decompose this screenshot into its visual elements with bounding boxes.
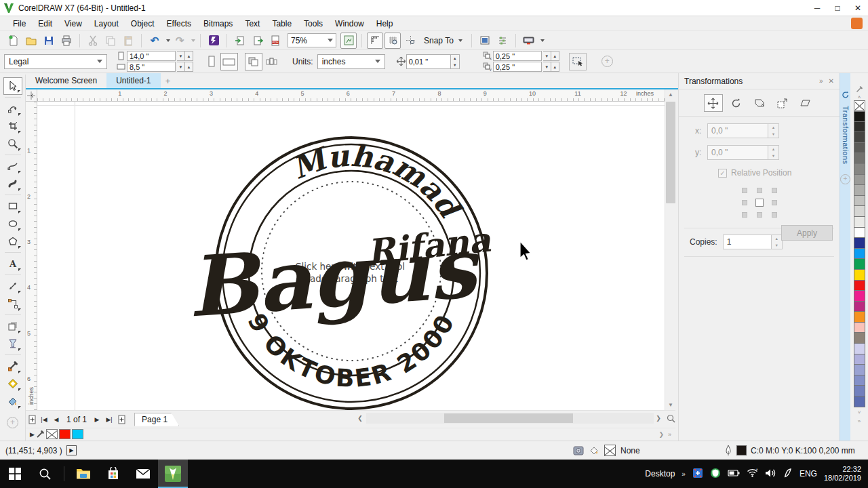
palette-color-swatch[interactable] (854, 281, 865, 291)
duplicate-y-input[interactable]: 0,25 " (493, 62, 542, 72)
scroll-down-button[interactable]: ▼ (665, 400, 676, 410)
menu-text[interactable]: Text (239, 17, 266, 30)
anchor-middle-left[interactable] (737, 197, 752, 209)
anchor-bottom-right[interactable] (767, 209, 782, 221)
freehand-tool[interactable] (3, 157, 22, 175)
nudge-spinner[interactable]: ▲▼ (451, 54, 460, 69)
palette-color-swatch[interactable] (854, 122, 865, 133)
color-none-swatch[interactable] (854, 100, 865, 111)
artistic-media-tool[interactable] (3, 175, 22, 192)
toolbox-customize-button[interactable]: + (7, 417, 18, 428)
palette-color-swatch[interactable] (854, 354, 865, 365)
fullscreen-preview-button[interactable] (340, 33, 357, 49)
pen-tray-icon[interactable] (783, 468, 793, 480)
coreldraw-taskbar-button[interactable] (158, 460, 188, 488)
docker-close-button[interactable]: ✕ (829, 77, 834, 85)
menu-help[interactable]: Help (370, 17, 399, 30)
show-rulers-button[interactable] (367, 33, 383, 49)
page-width-input[interactable]: 14,0 " (127, 51, 176, 61)
spin-up-icon[interactable]: ▲ (185, 62, 193, 72)
all-pages-button[interactable] (245, 53, 262, 70)
hscroll-right-button[interactable]: ❯ (654, 413, 663, 424)
cut-button[interactable] (85, 33, 101, 49)
tray-app-icon[interactable] (692, 468, 703, 481)
open-button[interactable] (23, 33, 39, 49)
zoom-tool[interactable] (3, 135, 22, 152)
anchor-bottom-left[interactable] (737, 209, 752, 221)
palette-color-swatch[interactable] (854, 164, 865, 175)
palette-expand[interactable]: » (858, 418, 861, 424)
search-content-button[interactable] (205, 33, 222, 49)
relative-position-checkbox[interactable]: ✓ (718, 169, 727, 178)
doc-palette-swatch-cyan[interactable] (72, 429, 83, 439)
mail-button[interactable] (128, 460, 158, 488)
status-flyout-button[interactable]: ▶ (66, 445, 77, 455)
new-document-button[interactable] (5, 33, 22, 49)
undo-dropdown-arrow[interactable] (166, 39, 170, 42)
drop-shadow-tool[interactable] (3, 317, 22, 335)
palette-color-swatch[interactable] (854, 365, 865, 375)
tab-welcome-screen[interactable]: Welcome Screen (26, 73, 106, 88)
desktop-toolbar-label[interactable]: Desktop (645, 469, 675, 479)
color-eyedropper-tool[interactable] (3, 357, 22, 375)
palette-flyout-arrow[interactable]: ▶ (30, 431, 35, 438)
spin-down-icon[interactable]: ▼ (543, 62, 551, 72)
landscape-button[interactable] (220, 53, 238, 70)
palette-color-swatch[interactable] (854, 291, 865, 302)
spin-down-icon[interactable]: ▼ (768, 152, 778, 159)
copies-input[interactable]: 1 (723, 235, 772, 249)
palette-color-swatch[interactable] (854, 259, 865, 270)
palette-color-swatch[interactable] (854, 175, 865, 186)
palette-color-swatch[interactable] (854, 375, 865, 386)
menu-file[interactable]: File (7, 17, 32, 30)
units-select[interactable]: inches (317, 54, 385, 69)
palette-color-swatch[interactable] (854, 153, 865, 164)
scroll-up-button[interactable]: ▲ (665, 89, 676, 100)
menu-window[interactable]: Window (329, 17, 370, 30)
redo-dropdown-arrow[interactable] (191, 39, 195, 42)
menu-tools[interactable]: Tools (298, 17, 329, 30)
y-spinner[interactable]: ▲▼ (768, 145, 779, 160)
taskbar-search-button[interactable] (30, 460, 60, 488)
duplicate-x-spinner[interactable]: ▼▲ (543, 51, 559, 61)
menu-effects[interactable]: Effects (161, 17, 197, 30)
file-explorer-button[interactable] (68, 460, 98, 488)
language-indicator[interactable]: ENG (800, 469, 817, 479)
palette-color-swatch[interactable] (854, 323, 865, 333)
x-spinner[interactable]: ▲▼ (768, 123, 779, 138)
doc-palette-none-swatch[interactable] (46, 429, 58, 439)
print-button[interactable] (58, 33, 75, 49)
interactive-fill-tool[interactable] (3, 375, 22, 392)
palette-color-swatch[interactable] (854, 396, 865, 407)
minimize-button[interactable]: ─ (807, 0, 827, 16)
spin-up-icon[interactable]: ▲ (185, 51, 193, 61)
spin-up-icon[interactable]: ▲ (772, 235, 782, 242)
page-size-select[interactable]: Legal (4, 54, 107, 69)
taskbar-clock[interactable]: 22:32 18/02/2019 (824, 465, 861, 483)
size-transform-button[interactable] (773, 94, 792, 112)
y-input[interactable]: 0,0 " (707, 145, 768, 160)
scale-mirror-transform-button[interactable] (750, 94, 769, 112)
pan-zoom-button[interactable] (665, 413, 676, 424)
palette-color-swatch[interactable] (854, 302, 865, 312)
show-guidelines-button[interactable] (402, 33, 418, 49)
menu-table[interactable]: Table (266, 17, 298, 30)
first-page-button[interactable]: |◀ (38, 413, 50, 426)
add-page-after-button[interactable] (115, 413, 127, 426)
horizontal-scroll-thumb[interactable] (444, 413, 573, 423)
fill-status-icon[interactable] (589, 445, 599, 455)
spin-down-icon[interactable]: ▼ (451, 62, 459, 68)
ruler-origin[interactable] (26, 89, 37, 102)
palette-color-swatch[interactable] (854, 344, 865, 354)
duplicate-x-input[interactable]: 0,25 " (493, 51, 542, 61)
crop-tool[interactable] (3, 117, 22, 135)
spin-down-icon[interactable]: ▼ (177, 62, 185, 72)
maximize-button[interactable]: □ (827, 0, 848, 16)
page-1-tab[interactable]: Page 1 (134, 413, 179, 426)
palette-color-swatch[interactable] (854, 217, 865, 228)
rotate-transform-button[interactable] (727, 94, 746, 112)
palette-color-swatch[interactable] (854, 228, 865, 239)
ellipse-tool[interactable] (3, 215, 22, 232)
portrait-button[interactable] (203, 53, 220, 70)
options-button[interactable] (477, 33, 493, 49)
